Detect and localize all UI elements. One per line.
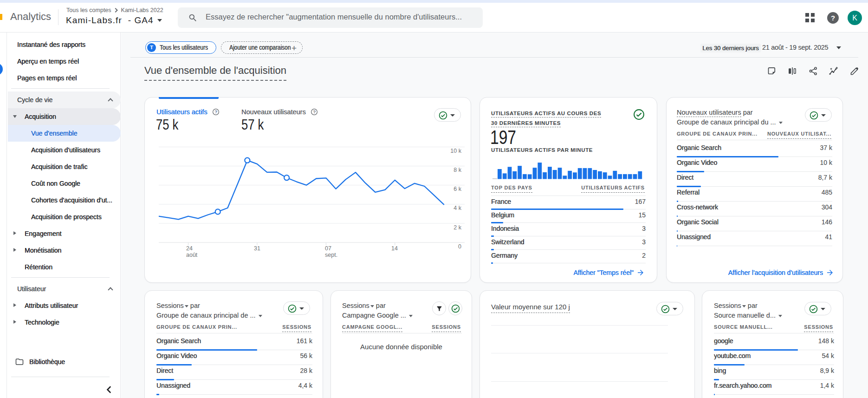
svg-text:6 k: 6 k <box>453 186 461 192</box>
svg-text:24: 24 <box>186 245 193 252</box>
svg-text:2 k: 2 k <box>453 224 461 231</box>
svg-text:août: août <box>186 252 198 258</box>
svg-text:4 k: 4 k <box>453 205 461 211</box>
svg-text:07: 07 <box>325 245 331 252</box>
svg-text:10 k: 10 k <box>450 148 461 154</box>
svg-text:sept.: sept. <box>325 252 337 258</box>
svg-text:14: 14 <box>391 245 398 252</box>
svg-text:8 k: 8 k <box>453 167 461 173</box>
svg-text:31: 31 <box>254 245 260 252</box>
svg-text:0: 0 <box>458 243 461 250</box>
